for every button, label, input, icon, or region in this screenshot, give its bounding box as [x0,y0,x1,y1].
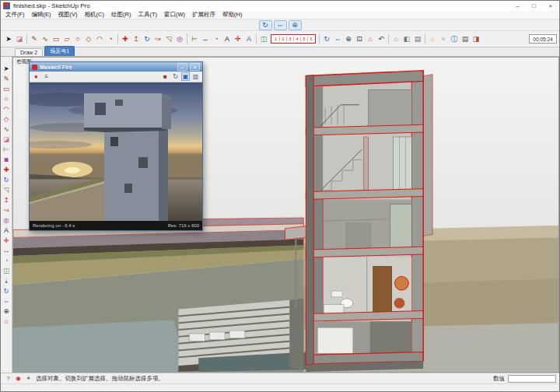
move-tool-icon[interactable]: ✚ [1,164,12,174]
3d-text-tool-icon[interactable]: A [243,33,254,45]
render-time-display[interactable]: 00:05:24 [529,34,557,44]
move-tool-icon[interactable]: ✚ [120,33,131,45]
rectangle-tool-icon[interactable]: ▭ [51,33,61,45]
freehand-tool-icon[interactable]: ∿ [1,124,12,134]
tape-measure-tool-icon[interactable]: ⊢ [189,33,200,45]
dimension-tool-icon[interactable]: ↔ [1,245,12,255]
polygon-tool-icon[interactable]: ◇ [83,33,94,45]
walk-tool-icon[interactable]: ⇣ [1,275,12,285]
iso-view-icon[interactable]: ◧ [401,33,412,45]
axes-tool-icon[interactable]: ✛ [233,33,243,45]
scale-tool-icon[interactable]: ◹ [163,33,174,45]
pan-tool-icon[interactable]: ⇔ [1,296,12,306]
render-close-button[interactable]: × [190,63,200,71]
credits-icon[interactable]: ✦ [24,374,33,383]
render-window-title-bar[interactable]: Maxwell Fire – × [30,62,202,72]
orbit-camera-icon[interactable]: ↻ [259,20,272,30]
zoom-window-tool-icon[interactable]: ⊡ [354,33,365,45]
circle-tool-icon[interactable]: ○ [1,93,12,103]
menu-item-5[interactable]: 绘图(R) [111,11,131,19]
render-menu-icon[interactable]: ≡ [42,72,51,81]
menu-item-1[interactable]: 文件(F) [5,11,25,19]
zoom-camera-icon[interactable]: ⊕ [289,20,302,30]
paint-bucket-tool-icon[interactable]: ◙ [1,154,12,164]
render-preview-image [30,82,202,221]
text-tool-icon[interactable]: A [222,33,233,45]
zoom-extents-tool-icon[interactable]: ⌂ [1,316,12,326]
offset-tool-icon[interactable]: ◎ [1,215,12,225]
section-plane-tool-icon[interactable]: ◫ [258,33,269,45]
save-image-icon[interactable]: ▣ [181,72,190,81]
menu-item-9[interactable]: 帮助(H) [222,11,242,19]
materials-icon: ◨ [473,35,480,43]
axes-tool-icon[interactable]: ✛ [1,235,12,245]
menu-item-7[interactable]: 窗口(W) [164,11,185,19]
protractor-tool-icon[interactable]: ◔ [1,255,12,265]
section-plane-tool-icon[interactable]: ◫ [1,265,12,275]
info-icon[interactable]: ⓘ [449,33,460,45]
materials-icon[interactable]: ◨ [471,33,481,45]
model-viewport[interactable]: 右视图 [12,57,559,373]
previous-view-icon[interactable]: ↶ [376,33,387,45]
polygon-tool-icon[interactable]: ◇ [1,114,12,124]
geolocation-icon[interactable]: ◉ [14,374,23,383]
freehand-tool-icon[interactable]: ∿ [40,33,51,45]
menu-item-8[interactable]: 扩展程序 [192,11,215,19]
zoom-extents-tool-icon[interactable]: ⌂ [365,33,376,45]
front-view-icon: ⌂ [394,35,397,43]
line-tool-icon[interactable]: ✎ [1,73,12,83]
circle-tool-icon[interactable]: ○ [72,33,83,45]
arc-tool-icon[interactable]: ◠ [1,103,12,114]
select-tool-icon[interactable]: ➤ [3,33,14,45]
rectangle-tool-icon[interactable]: ▭ [1,83,12,93]
refresh-render-icon[interactable]: ↻ [171,72,180,81]
pan-tool-icon[interactable]: ⇔ [332,33,343,45]
line-tool-icon[interactable]: ✎ [29,33,40,45]
help-icon[interactable]: ? [4,374,12,383]
menu-item-3[interactable]: 视图(V) [58,11,78,19]
select-tool-icon[interactable]: ➤ [1,63,12,73]
follow-me-tool-icon[interactable]: ↝ [152,33,163,45]
render-minimize-button[interactable]: – [177,63,187,71]
zoom-tool-icon[interactable]: ⊕ [1,306,12,316]
follow-me-tool-icon[interactable]: ↝ [1,205,12,215]
measurement-input[interactable] [508,375,556,383]
model-info-icon[interactable]: ▤ [460,33,471,45]
line-scale-selector[interactable]: 123456 [271,34,316,44]
orbit-tool-icon[interactable]: ↻ [321,33,332,45]
rotate-tool-icon[interactable]: ↻ [1,174,12,184]
pan-camera-icon[interactable]: ⇔ [274,20,287,30]
offset-tool-icon[interactable]: ◎ [174,33,185,45]
maxwell-fire-window[interactable]: Maxwell Fire – × ●≡■↻▣▥ [29,61,203,231]
eraser-tool-icon[interactable]: ◪ [1,134,12,144]
fog-toggle-icon[interactable]: ≈ [438,33,449,45]
rotate-tool-icon[interactable]: ↻ [142,33,152,45]
scale-tool-icon[interactable]: ◹ [1,184,12,194]
dimension-tool-icon[interactable]: ↔ [200,33,211,45]
rotated-rectangle-tool-icon[interactable]: ▱ [61,33,72,45]
orbit-tool-icon[interactable]: ↻ [1,285,12,296]
scene-tab-1[interactable]: Draw 2 [15,48,43,56]
protractor-tool-icon[interactable]: ◔ [211,33,222,45]
maximize-button[interactable]: □ [527,2,541,11]
channels-icon[interactable]: ▥ [191,72,200,81]
pie-tool-icon[interactable]: ◔ [105,33,116,45]
shadows-toggle-icon[interactable]: ☼ [427,33,438,45]
menu-item-4[interactable]: 相机(C) [85,11,104,19]
push-pull-tool-icon[interactable]: ↥ [131,33,142,45]
zoom-tool-icon[interactable]: ⊕ [343,33,354,45]
menu-item-6[interactable]: 工具(T) [138,11,157,19]
text-tool-icon[interactable]: A [1,225,12,235]
push-pull-tool-icon[interactable]: ↥ [1,194,12,205]
arc-tool-icon[interactable]: ◠ [94,33,105,45]
stop-render-icon[interactable]: ■ [161,72,170,81]
maxwell-logo-icon[interactable]: ● [32,72,40,81]
close-button[interactable]: × [544,2,557,11]
front-view-icon[interactable]: ⌂ [390,33,401,45]
menu-item-2[interactable]: 编辑(E) [32,11,51,19]
scene-tab-2[interactable]: 场景号1 [44,46,75,56]
eraser-tool-icon[interactable]: ◪ [14,33,25,45]
top-view-icon[interactable]: ▤ [412,33,423,45]
minimize-button[interactable]: – [511,2,524,11]
tape-measure-tool-icon[interactable]: ⊢ [1,144,12,154]
